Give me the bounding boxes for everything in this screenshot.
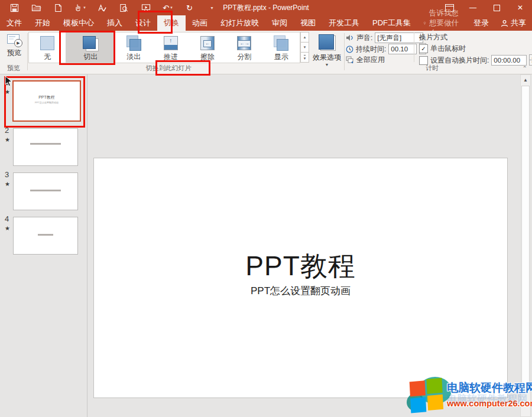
ribbon: ▶ 预览 预览 无 切出 淡出 ↑ 推进 ← 擦除 ←→ 分割: [0, 31, 532, 74]
open-icon[interactable]: [25, 1, 47, 15]
maximize-icon[interactable]: [485, 0, 508, 15]
slide-thumbnail-panel: 1 ★ PPT教程 PPT怎么设置翻页动画 2 ★ 3 ★ 4 ★: [0, 74, 87, 417]
sound-select[interactable]: [无声音]▾: [375, 32, 423, 43]
preview-icon: ▶: [7, 34, 21, 46]
on-mouse-click-label: 单击鼠标时: [430, 44, 466, 54]
tab-developer[interactable]: 开发工具: [322, 15, 366, 31]
thumbnail-text-line: [30, 190, 61, 191]
transition-star-icon: ★: [5, 89, 10, 95]
transition-wipe[interactable]: ← 擦除: [189, 32, 226, 63]
tab-design[interactable]: 设计: [129, 15, 157, 31]
transition-none[interactable]: 无: [29, 32, 66, 63]
ribbon-tab-row: 文件 开始 模板中心 插入 设计 切换 动画 幻灯片放映 审阅 视图 开发工具 …: [0, 15, 532, 31]
watermark-site-name-reflection: 电脑软硬件教程网: [447, 392, 531, 406]
slide-thumbnail-3[interactable]: [13, 172, 78, 210]
slide-number: 2: [5, 126, 9, 135]
lightbulb-icon: [423, 19, 426, 27]
sound-icon: [346, 34, 354, 41]
effect-options-button[interactable]: 效果选项 ▼: [312, 32, 342, 67]
transition-split-icon: ←→: [235, 35, 253, 51]
tab-view[interactable]: 视图: [294, 15, 322, 31]
tab-insert[interactable]: 插入: [100, 15, 129, 31]
tab-template-center[interactable]: 模板中心: [57, 15, 100, 31]
tab-slideshow[interactable]: 幻灯片放映: [214, 15, 265, 31]
new-file-icon[interactable]: [47, 1, 69, 15]
person-icon: [501, 19, 508, 27]
thumbnail-text-line: [30, 143, 61, 145]
gallery-scroll-down-icon[interactable]: ▾: [300, 42, 309, 53]
transition-cut-icon: [82, 35, 99, 51]
thumbnail-text-line: [38, 234, 53, 236]
transition-star-icon: ★: [5, 136, 10, 143]
dropdown-arrow-icon: ▾: [83, 5, 86, 10]
advance-slide-header: 换片方式: [419, 32, 447, 43]
on-mouse-click-checkbox[interactable]: ✓: [419, 44, 428, 53]
tab-home[interactable]: 开始: [28, 15, 57, 31]
transition-push-icon: ↑: [162, 35, 180, 51]
group-label-preview: 预览: [0, 64, 27, 73]
transition-reveal-icon: [273, 35, 290, 51]
preview-button[interactable]: ▶ 预览: [1, 32, 27, 61]
slide-title[interactable]: PPT教程: [94, 248, 507, 285]
sound-label: 声音:: [356, 33, 372, 43]
slide-subtitle[interactable]: PPT怎么设置翻页动画: [94, 284, 507, 298]
auto-advance-spinner[interactable]: ▲▼: [529, 55, 532, 66]
spelling-icon[interactable]: [91, 1, 113, 15]
start-slideshow-icon[interactable]: [135, 1, 157, 15]
transition-star-icon: ★: [5, 181, 10, 187]
scrollbar-thumb[interactable]: [521, 86, 530, 390]
clock-icon: [346, 45, 353, 53]
group-label-transition: 切换到此幻灯片: [28, 64, 309, 73]
gallery-more-icon[interactable]: ▾: [300, 52, 309, 63]
duration-label: 持续时间:: [356, 44, 386, 54]
transition-fade[interactable]: 淡出: [115, 32, 152, 63]
save-icon[interactable]: [4, 1, 25, 15]
transition-none-icon: [38, 35, 56, 51]
minimize-icon[interactable]: —: [461, 0, 485, 15]
share-button[interactable]: 共享: [495, 18, 532, 28]
apply-all-icon: [346, 56, 354, 64]
tab-file[interactable]: 文件: [0, 15, 28, 31]
site-watermark: 电脑软硬件教程网 电脑软硬件教程网 www.computer26.com: [408, 379, 531, 416]
group-label-timing: 计时: [346, 64, 518, 73]
workspace: 1 ★ PPT教程 PPT怎么设置翻页动画 2 ★ 3 ★ 4 ★ PPT教程 …: [0, 74, 532, 417]
transition-reveal[interactable]: 显示: [263, 32, 300, 63]
slide-number: 3: [5, 170, 9, 179]
tab-pdf-tools[interactable]: PDF工具集: [366, 15, 417, 31]
vertical-scrollbar[interactable]: ▲: [520, 74, 531, 417]
collapse-ribbon-icon[interactable]: ⌃: [523, 65, 527, 71]
transition-star-icon: ★: [5, 225, 10, 232]
close-icon[interactable]: ✕: [508, 0, 532, 15]
print-preview-icon[interactable]: [113, 1, 135, 15]
tell-me-box[interactable]: 告诉我您想要做什么...: [417, 15, 468, 31]
dropdown-arrow-icon: ▾: [170, 5, 173, 10]
sign-in-button[interactable]: 登录: [468, 18, 495, 28]
touch-mode-icon[interactable]: ▾: [69, 1, 91, 15]
gallery-scroll: ▴ ▾ ▾: [300, 32, 309, 62]
duration-input[interactable]: 00.10: [388, 44, 417, 54]
tab-transitions[interactable]: 切换: [157, 15, 186, 31]
slide-thumbnail-1[interactable]: PPT教程 PPT怎么设置翻页动画: [12, 80, 81, 122]
slide-number: 4: [5, 214, 9, 223]
transition-push[interactable]: ↑ 推进: [153, 32, 189, 63]
tab-review[interactable]: 审阅: [265, 15, 294, 31]
dropdown-arrow-icon: ▼: [325, 63, 329, 67]
undo-icon[interactable]: ↶▾: [157, 1, 179, 15]
transition-cut[interactable]: 切出: [66, 32, 115, 63]
slide-thumbnail-2[interactable]: [13, 128, 78, 166]
panel-divider[interactable]: [87, 74, 87, 417]
redo-icon[interactable]: ↻: [179, 1, 200, 15]
transition-split[interactable]: ←→ 分割: [226, 32, 262, 63]
slide-thumbnail-4[interactable]: [13, 217, 78, 255]
slide-canvas[interactable]: PPT教程 PPT怎么设置翻页动画: [93, 158, 508, 398]
customize-qat-icon[interactable]: ▾: [200, 1, 222, 15]
windows-logo-icon: [410, 379, 446, 415]
gallery-scroll-up-icon[interactable]: ▴: [300, 32, 309, 43]
slide-number: 1: [5, 78, 9, 87]
scroll-up-icon[interactable]: ▲: [521, 75, 530, 84]
transition-gallery: 无 切出 淡出 ↑ 推进 ← 擦除 ←→ 分割 显示: [28, 32, 300, 63]
tab-animations[interactable]: 动画: [186, 15, 214, 31]
timing-group: 声音: [无声音]▾ 持续时间: 00.10 ▲▼ 全部应用 换片方式 ✓ 单击…: [346, 32, 518, 62]
transition-fade-icon: [125, 35, 142, 51]
transition-wipe-icon: ←: [199, 35, 216, 51]
